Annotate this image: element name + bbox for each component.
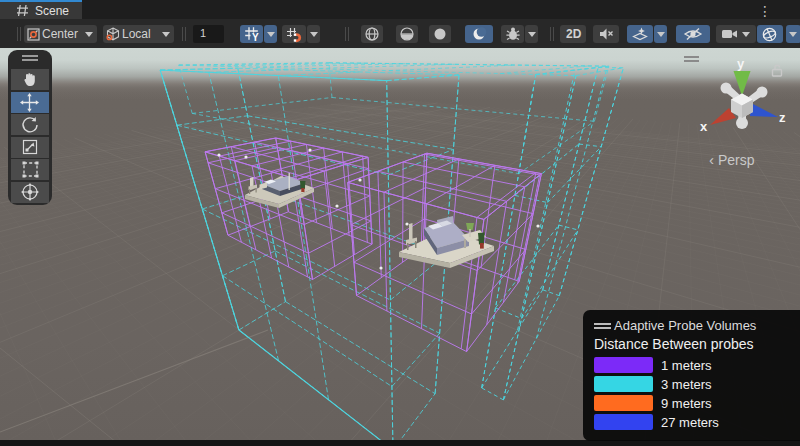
svg-text:z: z xyxy=(779,110,786,125)
svg-text:Y: Y xyxy=(252,32,259,42)
svg-text:y: y xyxy=(737,56,745,71)
svg-text:x: x xyxy=(700,119,708,134)
